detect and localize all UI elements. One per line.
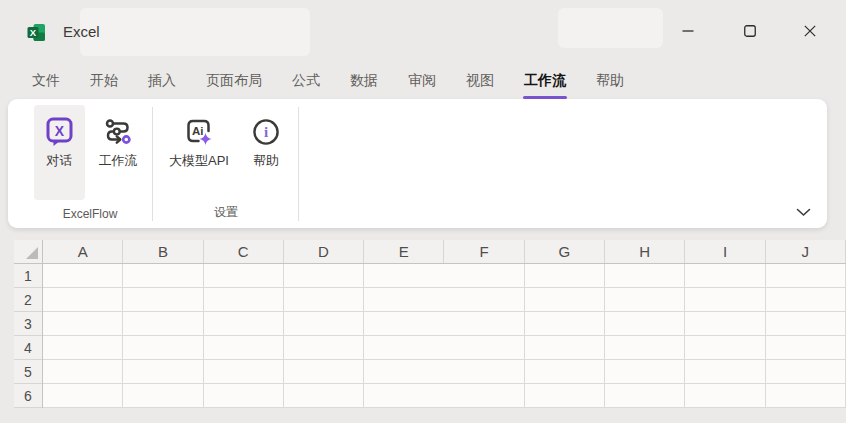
cells-area[interactable] (43, 264, 846, 408)
chat-x-icon: X (44, 116, 75, 148)
minimize-button[interactable] (665, 6, 711, 56)
svg-text:X: X (55, 123, 65, 139)
column-header[interactable]: G (525, 240, 605, 263)
workflow-route-icon (103, 116, 133, 148)
titlebar: X Excel (0, 0, 846, 62)
window-title: Excel (63, 0, 100, 62)
chevron-down-icon (796, 208, 811, 217)
titlebar-highlight (80, 8, 310, 56)
ribbon-tabbar: 文件 开始 插入 页面布局 公式 数据 审阅 视图 工作流 帮助 (17, 62, 639, 99)
column-headers: A B C D E F G H I J (43, 240, 846, 264)
tab-home[interactable]: 开始 (75, 62, 133, 99)
group-label-excelflow: ExcelFlow (30, 207, 150, 221)
group-separator (298, 107, 299, 221)
spreadsheet-grid: A B C D E F G H I J 1 2 3 4 5 6 (0, 240, 846, 408)
tab-data[interactable]: 数据 (335, 62, 393, 99)
tab-formulas[interactable]: 公式 (277, 62, 335, 99)
tab-page-layout[interactable]: 页面布局 (191, 62, 277, 99)
column-header[interactable]: B (123, 240, 203, 263)
row-header[interactable]: 2 (14, 288, 42, 312)
workflow-button[interactable]: 工作流 (89, 105, 147, 200)
row-header[interactable]: 5 (14, 360, 42, 384)
column-header[interactable]: D (284, 240, 364, 263)
select-all-corner[interactable] (14, 240, 43, 264)
llm-api-button-label: 大模型API (169, 152, 229, 170)
excel-window: X Excel 文件 开始 插入 页面布局 公式 数据 审阅 视图 工作流 (0, 0, 846, 423)
row-header[interactable]: 4 (14, 336, 42, 360)
row-header[interactable]: 1 (14, 264, 42, 288)
llm-api-button[interactable]: Ai 大模型API (159, 105, 239, 200)
column-header[interactable]: H (605, 240, 685, 263)
row-header[interactable]: 3 (14, 312, 42, 336)
row-header[interactable]: 6 (14, 384, 42, 408)
svg-text:X: X (30, 27, 37, 38)
tab-view[interactable]: 视图 (451, 62, 509, 99)
column-header[interactable]: C (204, 240, 284, 263)
chat-button[interactable]: X 对话 (34, 105, 85, 200)
maximize-icon (744, 25, 756, 37)
tab-help[interactable]: 帮助 (581, 62, 639, 99)
column-header[interactable]: J (766, 240, 846, 263)
row-headers: 1 2 3 4 5 6 (14, 264, 43, 408)
svg-text:i: i (264, 124, 268, 140)
workflow-button-label: 工作流 (99, 152, 138, 170)
column-header[interactable]: E (364, 240, 444, 263)
titlebar-highlight (558, 8, 663, 48)
excel-logo-icon: X (27, 23, 46, 42)
select-all-triangle-icon (25, 246, 40, 261)
group-separator (152, 107, 153, 221)
column-header[interactable]: F (444, 240, 524, 263)
column-header[interactable]: I (685, 240, 765, 263)
column-header[interactable]: A (43, 240, 123, 263)
close-button[interactable] (787, 6, 833, 56)
tab-review[interactable]: 审阅 (393, 62, 451, 99)
tab-workflow[interactable]: 工作流 (509, 62, 581, 99)
ribbon-panel: X 对话 工作流 (8, 99, 827, 228)
help-button-label: 帮助 (253, 152, 279, 170)
tab-file[interactable]: 文件 (17, 62, 75, 99)
chat-button-label: 对话 (47, 152, 73, 170)
collapse-ribbon-button[interactable] (791, 203, 815, 221)
maximize-button[interactable] (727, 6, 773, 56)
minimize-icon (682, 25, 694, 37)
help-button[interactable]: i 帮助 (241, 105, 291, 200)
ai-sparkle-icon: Ai (184, 116, 214, 148)
info-circle-icon: i (252, 116, 280, 148)
tab-insert[interactable]: 插入 (133, 62, 191, 99)
close-icon (804, 25, 816, 37)
group-label-settings: 设置 (156, 204, 296, 221)
svg-text:Ai: Ai (192, 125, 204, 137)
